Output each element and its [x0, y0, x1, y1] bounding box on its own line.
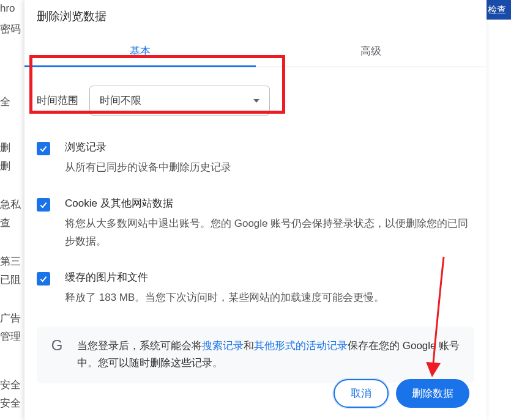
cache-checkbox[interactable]: [37, 272, 50, 286]
background-sidebar: hro 密码 全 删 删 急私 查 第三 已阻 广告 管理 安全 安全: [0, 0, 24, 420]
confirm-button[interactable]: 删除数据: [396, 379, 469, 408]
tab-basic[interactable]: 基本: [24, 35, 256, 67]
clear-browsing-data-dialog: 删除浏览数据 基本 高级 时间范围 时间不限 浏览记录 从所有已同步的设备中删除…: [24, 0, 487, 420]
cookies-desc: 将您从大多数网站中退出账号。您的 Google 账号仍会保持登录状态，以便删除您…: [65, 215, 474, 251]
cookies-title: Cookie 及其他网站数据: [65, 196, 474, 210]
cookies-checkbox[interactable]: [37, 198, 50, 212]
dialog-tabs: 基本 高级: [24, 35, 487, 67]
info-text: 当您登录后，系统可能会将搜索记录和其他形式的活动记录保存在您的 Google 账…: [77, 337, 462, 373]
cache-title: 缓存的图片和文件: [65, 270, 474, 284]
tab-advanced[interactable]: 高级: [256, 35, 487, 67]
history-desc: 从所有已同步的设备中删除历史记录: [65, 159, 474, 177]
dialog-buttons: 取消 删除数据: [334, 379, 469, 408]
cache-item: 缓存的图片和文件 释放了 183 MB。当您下次访问时，某些网站的加载速度可能会…: [37, 270, 474, 307]
google-icon: G: [49, 337, 65, 353]
google-info-box: G 当您登录后，系统可能会将搜索记录和其他形式的活动记录保存在您的 Google…: [37, 326, 474, 384]
cancel-button[interactable]: 取消: [334, 379, 389, 408]
cookies-item: Cookie 及其他网站数据 将您从大多数网站中退出账号。您的 Google 账…: [37, 196, 474, 251]
time-range-label: 时间范围: [37, 94, 78, 108]
check-icon: [39, 144, 48, 153]
cache-desc: 释放了 183 MB。当您下次访问时，某些网站的加载速度可能会更慢。: [65, 289, 474, 307]
time-range-value: 时间不限: [100, 94, 141, 108]
background-check-button: 检查: [483, 0, 511, 20]
history-item: 浏览记录 从所有已同步的设备中删除历史记录: [37, 140, 474, 177]
history-title: 浏览记录: [65, 140, 474, 154]
check-icon: [39, 200, 48, 210]
search-history-link[interactable]: 搜索记录: [202, 340, 244, 352]
activity-link[interactable]: 其他形式的活动记录: [254, 340, 348, 352]
history-checkbox[interactable]: [37, 142, 50, 155]
dialog-title: 删除浏览数据: [24, 0, 487, 35]
time-range-dropdown[interactable]: 时间不限: [89, 86, 270, 116]
time-range-row: 时间范围 时间不限: [37, 86, 474, 116]
check-icon: [39, 274, 48, 284]
chevron-down-icon: [253, 99, 259, 103]
